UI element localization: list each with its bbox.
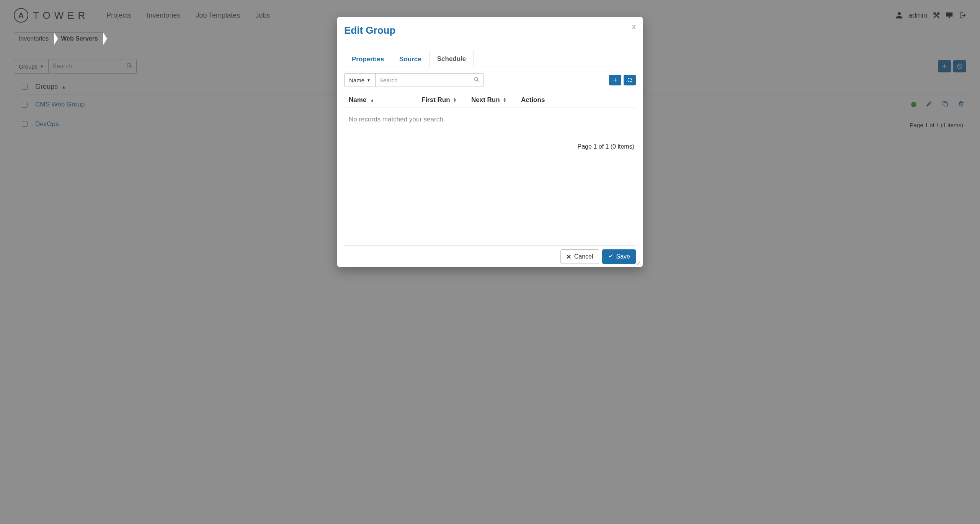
- col-actions: Actions: [521, 96, 552, 104]
- refresh-button[interactable]: [624, 75, 636, 85]
- modal-footer: ✕ Cancel Save: [344, 245, 636, 264]
- edit-group-modal: Edit Group x Properties Source Schedule …: [337, 17, 643, 267]
- sort-icon: ▲▼: [453, 97, 457, 103]
- close-icon[interactable]: x: [632, 22, 636, 31]
- svg-point-4: [474, 77, 478, 81]
- col-first-run[interactable]: First Run ▲▼: [421, 96, 471, 104]
- resize-grip-icon[interactable]: [635, 260, 640, 265]
- search-icon: [474, 77, 479, 84]
- col-next-run[interactable]: Next Run ▲▼: [471, 96, 521, 104]
- caret-down-icon: ▼: [367, 78, 371, 82]
- check-icon: [608, 253, 613, 260]
- x-icon: ✕: [566, 253, 571, 260]
- sort-icon: ▲▼: [503, 97, 506, 103]
- sort-asc-icon: ▲: [370, 98, 374, 102]
- modal-search-input[interactable]: Search: [376, 73, 483, 87]
- empty-state-text: No records matched your search.: [344, 108, 636, 126]
- add-schedule-button[interactable]: [609, 75, 621, 85]
- modal-toolbar: Name ▼ Search: [344, 73, 636, 87]
- modal-overlay[interactable]: Edit Group x Properties Source Schedule …: [0, 0, 980, 524]
- schedule-table-header: Name ▲ First Run ▲▼ Next Run ▲▼ Actions: [344, 96, 636, 108]
- modal-tabs: Properties Source Schedule: [344, 51, 636, 67]
- divider: [344, 42, 636, 42]
- col-name[interactable]: Name ▲: [349, 96, 421, 104]
- modal-pager: Page 1 of 1 (0 items): [344, 143, 636, 150]
- tab-schedule[interactable]: Schedule: [429, 51, 474, 67]
- modal-title: Edit Group: [344, 25, 636, 42]
- tab-source[interactable]: Source: [392, 52, 429, 67]
- svg-line-5: [477, 80, 479, 82]
- tab-properties[interactable]: Properties: [344, 52, 392, 67]
- save-button[interactable]: Save: [602, 249, 636, 264]
- cancel-button[interactable]: ✕ Cancel: [560, 249, 599, 264]
- modal-filter-dropdown[interactable]: Name ▼: [344, 73, 376, 87]
